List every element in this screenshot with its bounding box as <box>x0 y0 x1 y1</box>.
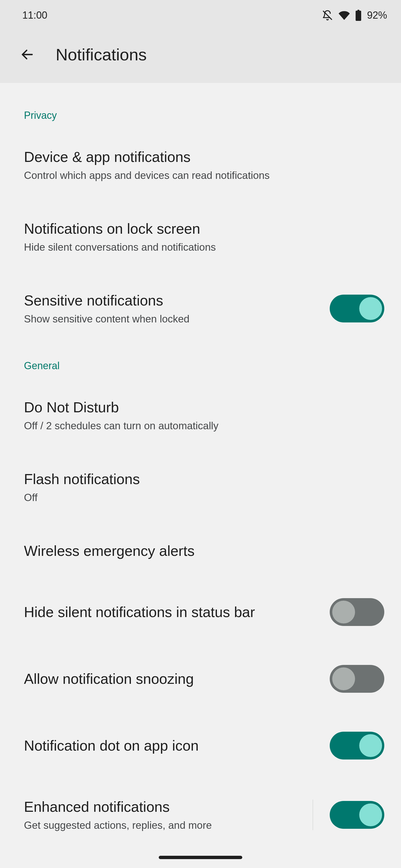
row-wireless-emergency-alerts[interactable]: Wireless emergency alerts <box>0 523 401 579</box>
section-header-general: General <box>0 344 401 379</box>
toggle-allow-notification-snoozing[interactable] <box>330 665 384 693</box>
row-enhanced-notifications[interactable]: Enhanced notifications Get suggested act… <box>0 779 401 851</box>
back-button[interactable] <box>17 44 38 65</box>
section-header-privacy: Privacy <box>0 94 401 129</box>
toggle-notification-dot[interactable] <box>330 732 384 760</box>
row-title: Hide silent notifications in status bar <box>24 604 319 620</box>
status-icons: 92% <box>322 9 387 21</box>
battery-icon <box>355 10 362 21</box>
svg-rect-1 <box>355 10 361 21</box>
dnd-bell-off-icon <box>322 10 333 21</box>
row-separator <box>313 800 313 830</box>
status-battery-percent: 92% <box>367 9 387 21</box>
row-notifications-lock-screen[interactable]: Notifications on lock screen Hide silent… <box>0 201 401 273</box>
status-bar: 11:00 92% <box>0 0 401 31</box>
row-subtitle: Show sensitive content when locked <box>24 313 319 325</box>
gesture-nav-bar[interactable] <box>0 856 401 859</box>
toggle-enhanced-notifications[interactable] <box>330 801 384 829</box>
toggle-hide-silent-notifications[interactable] <box>330 598 384 626</box>
row-subtitle: Off / 2 schedules can turn on automatica… <box>24 420 384 432</box>
wifi-icon <box>339 10 350 21</box>
row-notification-dot[interactable]: Notification dot on app icon <box>0 712 401 779</box>
arrow-back-icon <box>20 47 34 62</box>
row-title: Enhanced notifications <box>24 799 296 815</box>
row-subtitle: Off <box>24 492 384 503</box>
row-device-app-notifications[interactable]: Device & app notifications Control which… <box>0 129 401 201</box>
nav-pill-icon <box>159 856 242 859</box>
page-title: Notifications <box>56 45 147 64</box>
svg-rect-2 <box>357 10 360 11</box>
row-subtitle: Get suggested actions, replies, and more <box>24 819 296 831</box>
row-title: Flash notifications <box>24 471 384 488</box>
settings-list[interactable]: Privacy Device & app notifications Contr… <box>0 83 401 868</box>
row-flash-notifications[interactable]: Flash notifications Off <box>0 451 401 523</box>
row-title: Notifications on lock screen <box>24 220 384 237</box>
row-title: Do Not Disturb <box>24 399 384 416</box>
row-sensitive-notifications[interactable]: Sensitive notifications Show sensitive c… <box>0 273 401 344</box>
row-title: Wireless emergency alerts <box>24 542 384 559</box>
row-title: Notification dot on app icon <box>24 737 319 754</box>
app-bar: Notifications <box>0 31 401 83</box>
row-title: Device & app notifications <box>24 149 384 165</box>
row-hide-silent-notifications[interactable]: Hide silent notifications in status bar <box>0 579 401 645</box>
row-title: Allow notification snoozing <box>24 671 319 687</box>
status-time: 11:00 <box>22 9 47 21</box>
toggle-sensitive-notifications[interactable] <box>330 294 384 322</box>
row-allow-notification-snoozing[interactable]: Allow notification snoozing <box>0 645 401 712</box>
row-subtitle: Hide silent conversations and notificati… <box>24 242 384 253</box>
row-title: Sensitive notifications <box>24 292 319 309</box>
row-subtitle: Control which apps and devices can read … <box>24 170 384 181</box>
row-do-not-disturb[interactable]: Do Not Disturb Off / 2 schedules can tur… <box>0 379 401 451</box>
